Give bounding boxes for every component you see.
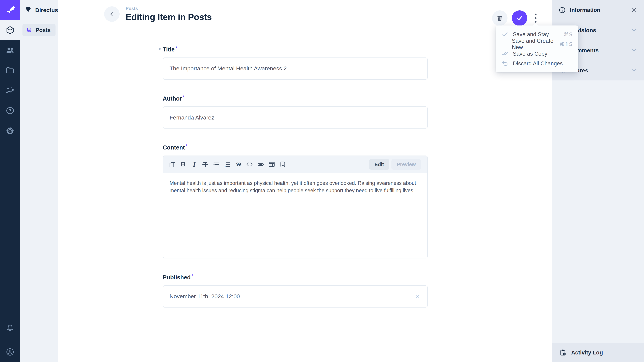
- account-button[interactable]: [0, 342, 20, 362]
- module-content-button[interactable]: [0, 20, 20, 40]
- required-asterisk: *: [192, 274, 193, 278]
- back-button[interactable]: [104, 6, 120, 22]
- double-check-icon: [502, 50, 510, 57]
- arrow-left-icon: [108, 10, 116, 18]
- edited-indicator-dot: [159, 48, 161, 50]
- image-button[interactable]: [278, 160, 288, 169]
- project-name: Directus: [35, 7, 58, 13]
- menu-item-label: Save as Copy: [513, 51, 547, 57]
- save-options-menu: Save and Stay ⌘S Save and Create New ⌘⇧S…: [496, 25, 578, 72]
- tab-preview[interactable]: Preview: [392, 159, 421, 170]
- sidebar-header: Information: [552, 0, 644, 20]
- link-button[interactable]: [256, 160, 266, 169]
- bold-button[interactable]: B: [178, 160, 188, 169]
- navigation-sidebar: Directus Posts: [20, 0, 58, 362]
- field-published-label: Published*: [163, 274, 428, 281]
- people-icon: [6, 46, 14, 55]
- menu-item-shortcut: ⌘⇧S: [559, 41, 572, 47]
- italic-button[interactable]: I: [189, 160, 199, 169]
- editor-toolbar: B I 123 99: [163, 156, 427, 173]
- dots-vertical-icon: [534, 13, 537, 23]
- plus-icon: [502, 40, 508, 48]
- page-header: Posts Editing Item in Posts: [104, 6, 212, 22]
- required-asterisk: *: [186, 144, 187, 148]
- title-input[interactable]: The Importance of Mental Health Awarenes…: [163, 57, 428, 80]
- module-bar: ?: [0, 0, 20, 362]
- menu-item-label: Discard All Changes: [513, 60, 563, 67]
- chevron-down-icon: [630, 27, 637, 33]
- field-author: Author* Fernanda Alvarez: [163, 95, 428, 129]
- info-circle-icon: [558, 6, 566, 14]
- editor-body[interactable]: Mental health is just as important as ph…: [163, 173, 427, 258]
- module-users-button[interactable]: [0, 40, 20, 60]
- main-content: Posts Editing Item in Posts Title*: [58, 0, 552, 362]
- blockquote-button[interactable]: 99: [234, 160, 243, 169]
- required-asterisk: *: [183, 95, 184, 99]
- project-header[interactable]: Directus: [20, 0, 58, 20]
- module-bar-bottom: [0, 318, 20, 362]
- chevron-down-icon: [630, 47, 637, 54]
- module-files-button[interactable]: [0, 60, 20, 80]
- content-text: Mental health is just as important as ph…: [170, 179, 421, 194]
- svg-text:3: 3: [224, 165, 226, 168]
- menu-item-shortcut: ⌘S: [564, 31, 572, 37]
- activity-log-button[interactable]: Activity Log: [552, 343, 644, 362]
- menu-item-label: Save and Create New: [512, 38, 559, 50]
- page-title: Editing Item in Posts: [126, 12, 212, 22]
- nav-item-posts[interactable]: Posts: [22, 24, 56, 36]
- menu-item-discard-all-changes[interactable]: Discard All Changes: [496, 59, 578, 68]
- insights-icon: [6, 86, 14, 95]
- check-icon: [502, 31, 510, 38]
- markdown-editor: B I 123 99: [163, 156, 428, 258]
- module-help-button[interactable]: ?: [0, 100, 20, 121]
- menu-item-label: Save and Stay: [513, 31, 549, 37]
- gear-icon: [6, 126, 14, 135]
- published-input-value: November 11th, 2024 12:00: [170, 293, 240, 300]
- save-button[interactable]: [512, 10, 527, 26]
- sidebar-title: Information: [570, 7, 600, 13]
- person-circle-icon: [6, 348, 14, 357]
- svg-text:99: 99: [236, 162, 241, 167]
- published-input[interactable]: November 11th, 2024 12:00: [163, 285, 428, 308]
- directus-logo-button[interactable]: [0, 0, 20, 20]
- chevron-down-icon: [630, 67, 637, 74]
- author-input-value: Fernanda Alvarez: [170, 114, 214, 121]
- breadcrumb: Posts: [126, 6, 212, 11]
- activity-log-label: Activity Log: [571, 350, 603, 356]
- item-form: Title* The Importance of Mental Health A…: [163, 45, 428, 323]
- title-input-value: The Importance of Mental Health Awarenes…: [170, 65, 287, 72]
- menu-item-save-and-create-new[interactable]: Save and Create New ⌘⇧S: [496, 39, 578, 49]
- module-insights-button[interactable]: [0, 80, 20, 100]
- field-author-label: Author*: [163, 95, 428, 102]
- module-settings-button[interactable]: [0, 121, 20, 141]
- field-title: Title* The Importance of Mental Health A…: [163, 45, 428, 80]
- nav-item-label: Posts: [36, 27, 51, 33]
- header-actions: [492, 10, 540, 26]
- clear-date-button[interactable]: [415, 294, 421, 300]
- fan-logo-icon: [24, 6, 32, 14]
- svg-text:?: ?: [9, 108, 12, 113]
- field-published: Published* November 11th, 2024 12:00: [163, 274, 428, 308]
- notifications-button[interactable]: [0, 318, 20, 338]
- bell-icon: [6, 324, 14, 332]
- strikethrough-button[interactable]: [200, 160, 210, 169]
- editor-tabs: Edit Preview: [369, 159, 421, 170]
- code-button[interactable]: [245, 160, 254, 169]
- sidebar-close-button[interactable]: [630, 6, 637, 13]
- delete-button[interactable]: [492, 10, 508, 26]
- bullet-list-button[interactable]: [212, 160, 221, 169]
- author-input[interactable]: Fernanda Alvarez: [163, 106, 428, 129]
- tab-edit[interactable]: Edit: [369, 159, 390, 170]
- directus-rabbit-icon: [4, 4, 16, 16]
- activity-log-icon: [559, 349, 567, 357]
- field-title-label: Title*: [163, 45, 428, 53]
- text-size-button[interactable]: [167, 160, 177, 169]
- cube-icon: [6, 26, 14, 35]
- trash-icon: [496, 14, 503, 22]
- database-icon: [26, 27, 32, 33]
- numbered-list-button[interactable]: 123: [222, 160, 232, 169]
- required-asterisk: *: [176, 45, 177, 50]
- table-button[interactable]: [267, 160, 276, 169]
- field-content-label: Content*: [163, 144, 428, 151]
- folder-icon: [6, 66, 14, 75]
